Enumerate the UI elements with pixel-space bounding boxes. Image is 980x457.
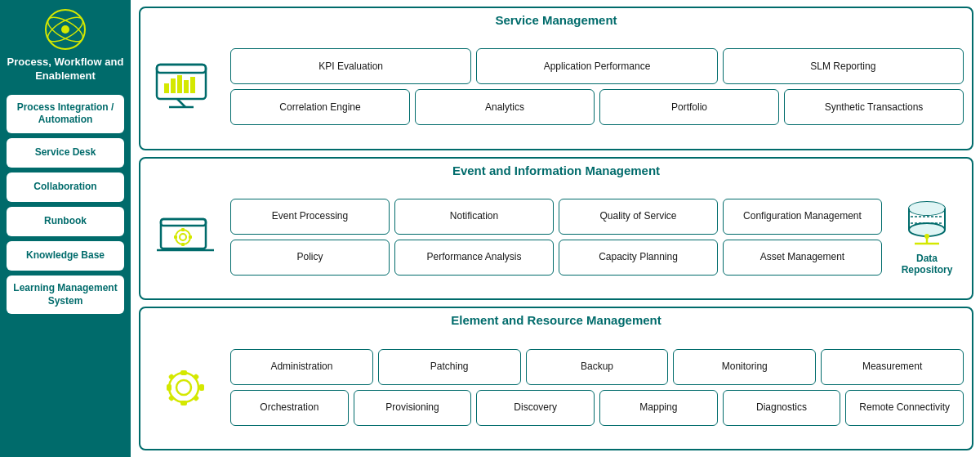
sidebar-item-collaboration[interactable]: Collaboration [7, 172, 124, 202]
svg-rect-37 [167, 384, 172, 391]
card-slm-reporting[interactable]: SLM Reporting [723, 48, 964, 84]
card-provisioning[interactable]: Provisioning [354, 390, 472, 426]
card-quality-of-service[interactable]: Quality of Service [559, 199, 718, 235]
card-event-processing[interactable]: Event Processing [230, 199, 390, 235]
card-synthetic-transactions[interactable]: Synthetic Transactions [784, 89, 964, 125]
svg-rect-21 [174, 235, 177, 239]
element-resource-row-2: Orchestration Provisioning Discovery Map… [230, 390, 964, 426]
element-resource-row-1: Administration Patching Backup Monitorin… [230, 349, 964, 385]
svg-rect-42 [193, 395, 199, 401]
sidebar-item-process-integration[interactable]: Process Integration / Automation [7, 95, 124, 133]
section-event-information: Event and Information Management [139, 157, 973, 301]
sidebar-header: Process, Workflow and Enablement [7, 8, 124, 83]
card-kpi-evaluation[interactable]: KPI Evaluation [230, 48, 471, 84]
card-performance-analysis[interactable]: Performance Analysis [394, 240, 554, 276]
card-mapping[interactable]: Mapping [599, 390, 718, 426]
svg-rect-12 [184, 80, 189, 93]
card-asset-management[interactable]: Asset Management [723, 240, 882, 276]
element-resource-icon [149, 361, 222, 414]
service-management-row-1: KPI Evaluation Application Performance S… [230, 48, 964, 84]
event-information-cards: Event Processing Notification Quality of… [230, 199, 882, 276]
card-portfolio[interactable]: Portfolio [599, 89, 779, 125]
svg-rect-10 [171, 78, 176, 93]
svg-rect-9 [164, 83, 169, 93]
section-event-information-title: Event and Information Management [149, 164, 964, 177]
svg-point-34 [176, 380, 191, 395]
card-application-performance[interactable]: Application Performance [476, 48, 717, 84]
card-orchestration[interactable]: Orchestration [230, 390, 349, 426]
svg-rect-20 [181, 243, 185, 246]
svg-rect-13 [190, 77, 195, 93]
svg-point-18 [180, 234, 186, 240]
card-configuration-management[interactable]: Configuration Management [723, 199, 882, 235]
logo-icon [44, 8, 87, 51]
svg-point-4 [61, 25, 69, 34]
card-policy[interactable]: Policy [230, 240, 390, 276]
card-analytics[interactable]: Analytics [415, 89, 595, 125]
card-monitoring[interactable]: Monitoring [673, 349, 816, 385]
card-remote-connectivity[interactable]: Remote Connectivity [845, 390, 964, 426]
service-management-icon [149, 60, 222, 114]
section-service-management-body: KPI Evaluation Application Performance S… [149, 34, 964, 141]
svg-rect-22 [189, 235, 192, 239]
svg-point-24 [909, 202, 945, 215]
svg-rect-36 [180, 401, 187, 405]
element-resource-cards: Administration Patching Backup Monitorin… [230, 349, 964, 426]
section-service-management-title: Service Management [149, 13, 964, 27]
sidebar-item-lms[interactable]: Learning Management System [7, 276, 124, 314]
svg-point-32 [924, 234, 929, 239]
sidebar-item-runbook[interactable]: Runbook [7, 207, 124, 236]
data-repository-label: Data Repository [890, 253, 964, 276]
sidebar-item-knowledge-base[interactable]: Knowledge Base [7, 241, 124, 271]
card-diagnostics[interactable]: Diagnostics [723, 390, 841, 426]
service-management-cards: KPI Evaluation Application Performance S… [230, 48, 964, 125]
sidebar: Process, Workflow and Enablement Process… [0, 0, 131, 457]
sidebar-item-service-desk[interactable]: Service Desk [7, 138, 124, 168]
card-patching[interactable]: Patching [378, 349, 521, 385]
event-management-icon [149, 211, 222, 264]
service-management-row-2: Correlation Engine Analytics Portfolio S… [230, 89, 964, 125]
svg-rect-40 [193, 374, 199, 380]
card-administration[interactable]: Administration [230, 349, 373, 385]
card-capacity-planning[interactable]: Capacity Planning [559, 240, 718, 276]
card-notification[interactable]: Notification [394, 199, 554, 235]
event-information-row-1: Event Processing Notification Quality of… [230, 199, 882, 235]
card-correlation-engine[interactable]: Correlation Engine [230, 89, 410, 125]
svg-rect-35 [180, 370, 187, 375]
svg-rect-38 [199, 384, 204, 391]
svg-point-17 [176, 230, 190, 244]
svg-line-7 [177, 99, 185, 107]
svg-rect-11 [177, 75, 182, 93]
svg-rect-41 [168, 395, 175, 401]
svg-rect-39 [168, 374, 175, 380]
card-backup[interactable]: Backup [526, 349, 669, 385]
event-information-row-2: Policy Performance Analysis Capacity Pla… [230, 240, 882, 276]
main-content: Service Management [131, 0, 980, 457]
section-event-information-body: Event Processing Notification Quality of… [149, 184, 964, 291]
svg-rect-19 [181, 228, 185, 231]
svg-rect-15 [161, 219, 206, 226]
card-measurement[interactable]: Measurement [821, 349, 964, 385]
section-element-resource-title: Element and Resource Management [149, 313, 964, 327]
svg-rect-6 [157, 65, 206, 73]
sidebar-title: Process, Workflow and Enablement [7, 56, 124, 83]
section-service-management: Service Management [139, 7, 973, 150]
section-element-resource: Element and Resource Management [139, 307, 973, 450]
section-element-resource-body: Administration Patching Backup Monitorin… [149, 334, 964, 441]
card-discovery[interactable]: Discovery [476, 390, 595, 426]
data-repository: Data Repository [890, 199, 964, 276]
